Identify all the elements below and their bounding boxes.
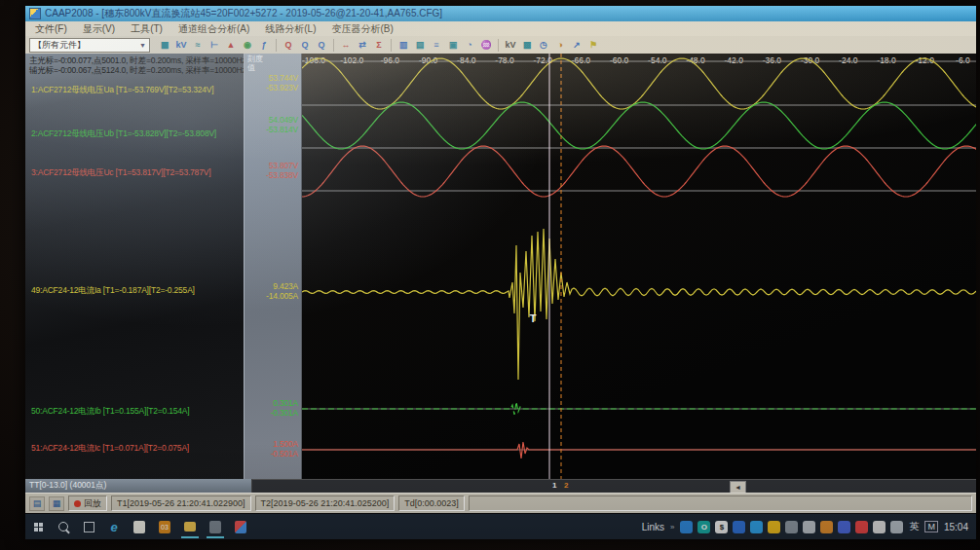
zoom-out-icon[interactable]: Q: [281, 38, 296, 53]
zoom-reset-icon[interactable]: Q: [297, 38, 313, 53]
annotation-icon[interactable]: ◉: [240, 38, 255, 53]
app-window-icon: [209, 521, 221, 533]
waveform-canvas[interactable]: T: [302, 54, 976, 479]
pan-left-right-icon[interactable]: ↔: [338, 38, 354, 53]
function-icon[interactable]: ƒ: [256, 38, 272, 53]
bar-chart-icon[interactable]: ▥: [396, 38, 411, 53]
time-scrollbar-row: TT[0-13.0] (40001点) ◄ 1 2: [25, 479, 976, 493]
chat-tray-icon[interactable]: [890, 521, 903, 533]
report-icon[interactable]: ▩: [519, 38, 535, 53]
photos-taskbar-button[interactable]: [228, 514, 253, 539]
scale-min-50: -0.301A: [271, 408, 298, 418]
notepad-taskbar-button[interactable]: [127, 514, 152, 539]
pie-icon[interactable]: ◑: [552, 38, 568, 53]
scale-max-3: 53.807V: [269, 161, 298, 170]
flag-icon[interactable]: ⚑: [585, 38, 601, 53]
tray-clock-app-icon[interactable]: [750, 521, 763, 533]
screen: CAAP2008 - [穗东800kV直流换流站45=20F002+5272 -…: [25, 6, 976, 539]
cursor1-scroll-marker[interactable]: 1: [552, 481, 556, 490]
channel-label-3[interactable]: 3:ACF2712母线电压Uc [T1=53.817V][T2=53.787V]: [31, 167, 210, 179]
waveform-chart[interactable]: -108.0-102.0-96.0-90.0-84.0-78.0-72.0-66…: [302, 54, 976, 479]
kv-icon-2[interactable]: kV: [503, 38, 518, 53]
table-icon[interactable]: ▤: [412, 38, 428, 53]
toolbar-separator: [333, 39, 334, 52]
waveform-channel-51: [302, 442, 976, 458]
search-button[interactable]: [51, 514, 76, 539]
phasor-icon[interactable]: ◔: [462, 38, 477, 53]
status-grid-icon[interactable]: ▦: [49, 496, 64, 511]
doc03-taskbar-button[interactable]: 03: [152, 514, 177, 539]
menu-item-5[interactable]: 变压器分析(B): [331, 22, 393, 36]
tray-edge-icon[interactable]: [680, 521, 693, 533]
links-label[interactable]: Links: [642, 522, 664, 532]
clock-icon[interactable]: ◷: [536, 38, 551, 53]
bluetooth-tray-icon[interactable]: [733, 521, 745, 533]
tray-orange-app-icon[interactable]: [820, 521, 833, 533]
battery-tray-icon[interactable]: [873, 521, 886, 533]
links-chevron-icon[interactable]: »: [670, 523, 674, 532]
scale-column: 刻度值 53.744V-53.923V54.049V-53.814V53.807…: [245, 54, 302, 479]
main-content: 主光标=-0:00.077,点5001.0, 时差=0.200ms, 采样率=1…: [25, 54, 976, 479]
channel-label-50[interactable]: 50:ACF24-12电流Ib [T1=0.155A][T2=0.154A]: [31, 406, 190, 418]
element-filter-value: 【所有元件】: [33, 39, 86, 52]
tray-teams-icon[interactable]: [838, 521, 850, 533]
ime-indicator[interactable]: 英: [909, 520, 919, 533]
explorer-taskbar-button[interactable]: [177, 514, 203, 539]
channel-label-49[interactable]: 49:ACF24-12电流Ia [T1=-0.187A][T2=-0.255A]: [31, 285, 195, 297]
taskbar-clock[interactable]: 15:04: [944, 522, 968, 532]
tray-ring-icon[interactable]: O: [697, 521, 710, 533]
menu-item-4[interactable]: 线路分析(L): [265, 22, 316, 36]
status-spacer-field: [469, 495, 972, 511]
waveform-channel-50: [302, 402, 976, 415]
status-list-icon[interactable]: ▤: [29, 496, 45, 511]
measure-icon[interactable]: ⊢: [207, 38, 222, 53]
tray-red-app-icon[interactable]: [855, 521, 868, 533]
trigger-marker: T: [530, 312, 537, 324]
app-taskbar-button[interactable]: [203, 514, 228, 539]
menu-item-0[interactable]: 文件(F): [35, 22, 67, 36]
channel-list-panel[interactable]: 主光标=-0:00.077,点5001.0, 时差=0.200ms, 采样率=1…: [25, 54, 245, 479]
start-button[interactable]: [25, 514, 51, 539]
volume-tray-icon[interactable]: [803, 521, 815, 533]
ime-mode-indicator[interactable]: M: [924, 521, 938, 532]
menu-item-3[interactable]: 通道组合分析(A): [178, 22, 249, 36]
zoom-in-icon[interactable]: Q: [314, 38, 329, 53]
folder-icon: [184, 522, 196, 532]
t1-timestamp-field: T1[2019-05-26 21:20:41.022900]: [111, 495, 251, 511]
channel-label-2[interactable]: 2:ACF2712母线电压Ub [T1=-53.828V][T2=-53.808…: [31, 128, 216, 140]
menu-bar: 文件(F)显示(V)工具(T)通道组合分析(A)线路分析(L)变压器分析(B): [25, 21, 976, 36]
vector-icon[interactable]: ↗: [569, 38, 584, 53]
harmonic-icon[interactable]: ♒: [478, 38, 494, 53]
waveform-channel-2: [302, 102, 976, 149]
menu-item-1[interactable]: 显示(V): [83, 22, 115, 36]
sum-icon[interactable]: Σ: [371, 38, 387, 53]
search-icon: [58, 522, 68, 532]
grid-icon[interactable]: ▦: [157, 38, 172, 53]
mode-label: 回放: [84, 497, 101, 510]
scale-header: 刻度值: [247, 55, 263, 72]
channel-label-51[interactable]: 51:ACF24-12电流Ic [T1=0.071A][T2=0.075A]: [31, 443, 189, 455]
waveform-channel-3: [302, 146, 976, 197]
scale-max-50: 0.301A: [273, 398, 298, 408]
swap-icon[interactable]: ⇄: [355, 38, 370, 53]
task-view-button[interactable]: [76, 514, 101, 539]
kv-scale-icon[interactable]: kV: [173, 38, 189, 53]
element-filter-dropdown[interactable]: 【所有元件】 ▼: [29, 38, 150, 53]
scale-min-51: -0.501A: [271, 449, 298, 458]
lock-tray-icon[interactable]: [768, 521, 780, 533]
playback-mode-field: 回放: [68, 495, 107, 511]
tray-currency-icon[interactable]: $: [715, 521, 728, 533]
marker-icon[interactable]: ▲: [223, 38, 239, 53]
list-icon[interactable]: ≡: [429, 38, 444, 53]
menu-item-2[interactable]: 工具(T): [131, 22, 163, 36]
channel-label-1[interactable]: 1:ACF2712母线电压Ua [T1=-53.769V][T2=53.324V…: [31, 85, 213, 96]
scrollbar-track[interactable]: ◄ 1 2: [252, 479, 976, 493]
waveform-icon[interactable]: ≈: [190, 38, 206, 53]
cursor2-scroll-marker[interactable]: 2: [564, 481, 568, 490]
windows-taskbar: e 03 Links » O$ 英 M 15:04: [25, 514, 976, 539]
sequence-icon[interactable]: ▣: [445, 38, 461, 53]
window-title: CAAP2008 - [穗东800kV直流换流站45=20F002+5272 -…: [45, 7, 442, 20]
scale-min-2: -53.814V: [266, 125, 298, 134]
ie-taskbar-button[interactable]: e: [101, 514, 127, 539]
network-tray-icon[interactable]: [785, 521, 798, 533]
